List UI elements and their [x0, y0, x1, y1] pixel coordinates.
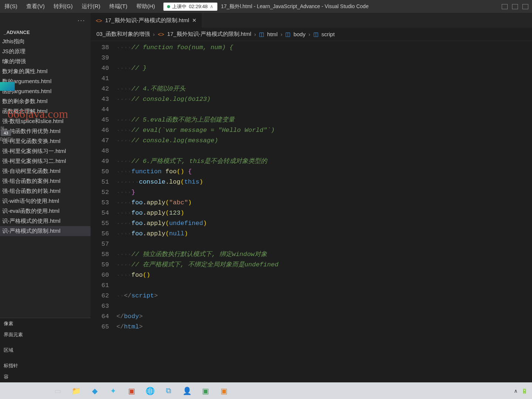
vscode-icon[interactable]: ⧉: [163, 385, 174, 397]
file-item[interactable]: 函数概念理解.html: [0, 106, 91, 116]
menu-item[interactable]: 帮助(H): [132, 1, 160, 12]
menu-item[interactable]: 终端(T): [105, 1, 132, 12]
file-item[interactable]: 强-组合函数的封装.html: [0, 186, 91, 196]
file-item[interactable]: 强-柯里化案例练习二.html: [0, 156, 91, 166]
menu-item[interactable]: 查看(V): [22, 1, 49, 12]
layout-panel-bottom-icon[interactable]: [512, 4, 518, 9]
taskview-icon[interactable]: ▭: [52, 385, 64, 397]
tray-chevron-icon[interactable]: ∧: [514, 388, 518, 394]
file-item[interactable]: 数对象的属性.html: [0, 66, 91, 76]
powerpoint-icon[interactable]: ▣: [126, 385, 137, 397]
app-icon-4[interactable]: ▣: [200, 385, 211, 397]
file-item[interactable]: 识-严格模式的使用.html: [0, 216, 91, 226]
prop-label: 属: [0, 126, 4, 132]
file-item[interactable]: 识-with语句的使用.html: [0, 196, 91, 206]
system-tray[interactable]: ∧ 🔋: [514, 388, 528, 394]
outline-section: 像素界面元素区域标指针容: [0, 318, 91, 382]
file-item[interactable]: 数的剩余参数.html: [0, 96, 91, 106]
chevron-right-icon: ›: [153, 31, 155, 37]
record-dot-icon: [167, 5, 170, 8]
folder-header[interactable]: _ADVANCE: [0, 28, 91, 37]
battery-icon[interactable]: 🔋: [521, 388, 528, 394]
breadcrumb-icon: ◫: [259, 31, 264, 38]
breadcrumb-icon: ◫: [313, 31, 318, 38]
app-icon-1[interactable]: ◆: [89, 385, 100, 397]
file-list: Jthis指向JS的原理f象的增强数对象的属性.html数的arguments.…: [0, 37, 91, 310]
code-editor[interactable]: 3839404142434445464748495051525354555657…: [91, 41, 532, 382]
file-item[interactable]: 强-组合函数的案例.html: [0, 176, 91, 186]
menu-item[interactable]: 转到(G): [49, 1, 77, 12]
file-item[interactable]: 识-eval函数的使用.html: [0, 206, 91, 216]
menu-item[interactable]: 择(S): [0, 1, 22, 12]
recording-label: 上课中: [172, 3, 187, 10]
line-gutter: 3839404142434445464748495051525354555657…: [91, 41, 116, 382]
tab-label: 17_额外知识-严格模式的限制.html: [105, 17, 190, 24]
breadcrumb-item[interactable]: 17_额外知识-严格模式的限制.html: [167, 31, 252, 38]
layout-controls: [502, 4, 528, 9]
editor-area: <> 17_额外知识-严格模式的限制.html ✕ 03_函数和对象的增强›<>…: [91, 13, 532, 382]
chevron-right-icon: ›: [280, 31, 282, 37]
side-panel: ··· _ADVANCE Jthis指向JS的原理f象的增强数对象的属性.htm…: [0, 13, 91, 382]
chevron-up-icon[interactable]: ∧: [210, 4, 214, 9]
chevron-right-icon: ›: [308, 31, 310, 37]
layout-panel-right-icon[interactable]: [522, 4, 528, 9]
breadcrumb: 03_函数和对象的增强›<>17_额外知识-严格模式的限制.html›◫html…: [91, 28, 532, 41]
menu-bar: 择(S)查看(V)转到(G)运行(R)终端(T)帮助(H): [0, 1, 159, 12]
menu-item[interactable]: 运行(R): [77, 1, 105, 12]
outline-item[interactable]: 标指针: [0, 360, 91, 371]
side-panel-header: ···: [0, 13, 91, 28]
chevron-right-icon: ›: [254, 31, 256, 37]
layout-panel-left-icon[interactable]: [502, 4, 508, 9]
file-item[interactable]: 强-自动柯里化函数.html: [0, 166, 91, 176]
chrome-icon[interactable]: 🌐: [144, 385, 156, 397]
breadcrumb-item[interactable]: html: [267, 31, 277, 37]
file-item[interactable]: Jthis指向: [0, 37, 91, 47]
title-bar: 择(S)查看(V)转到(G)运行(R)终端(T)帮助(H) 上课中 02:29:…: [0, 0, 532, 13]
breadcrumb-item[interactable]: body: [293, 31, 306, 37]
outline-item[interactable]: [0, 340, 91, 345]
breadcrumb-icon: <>: [158, 31, 164, 37]
outline-item[interactable]: [0, 356, 91, 360]
tab-bar: <> 17_额外知识-严格模式的限制.html ✕: [91, 13, 532, 28]
file-item[interactable]: 强-柯里化函数变换.html: [0, 136, 91, 146]
file-item[interactable]: 强-数组splice和slice.html: [0, 116, 91, 126]
recording-time: 02:29:48: [189, 4, 208, 9]
recording-badge[interactable]: 上课中 02:29:48 ∧: [163, 3, 217, 11]
more-icon[interactable]: ···: [78, 17, 85, 24]
file-item[interactable]: f象的增强: [0, 57, 91, 66]
explorer-icon[interactable]: 📁: [70, 385, 82, 397]
outline-item[interactable]: 像素: [0, 318, 91, 329]
file-item[interactable]: 强-纯函数作用优势.html: [0, 126, 91, 136]
breadcrumb-icon: ◫: [285, 31, 290, 38]
window-title: 17_额外l.html - Learn_JavaScript_Advance -…: [221, 3, 369, 10]
outline-item[interactable]: 界面元素: [0, 329, 91, 340]
outline-item[interactable]: 区域: [0, 345, 91, 356]
file-item[interactable]: JS的原理: [0, 47, 91, 57]
breadcrumb-item[interactable]: 03_函数和对象的增强: [96, 31, 150, 38]
outline-item[interactable]: 容: [0, 371, 91, 382]
app-icon-5[interactable]: ▣: [218, 385, 230, 397]
tab-active[interactable]: <> 17_额外知识-严格模式的限制.html ✕: [91, 13, 202, 28]
app-icon-3[interactable]: 👤: [181, 385, 193, 397]
html-file-icon: <>: [96, 17, 102, 24]
code-content[interactable]: ····// function foo(num, num) { ····// }…: [116, 41, 532, 382]
breadcrumb-item[interactable]: script: [321, 31, 335, 37]
close-icon[interactable]: ✕: [192, 17, 197, 23]
file-item[interactable]: 强-柯里化案例练习一.html: [0, 146, 91, 156]
file-item[interactable]: 识-严格模式的限制.html: [0, 226, 91, 236]
app-icon-2[interactable]: ✦: [107, 385, 119, 397]
taskbar: ▭ 📁 ◆ ✦ ▣ 🌐 ⧉ 👤 ▣ ▣ ∧ 🔋: [0, 382, 532, 399]
thumbnail: [0, 82, 15, 91]
window-title-area: 上课中 02:29:48 ∧ 17_额外l.html - Learn_JavaS…: [163, 3, 368, 11]
hex-label: B/HEX: [0, 137, 13, 142]
